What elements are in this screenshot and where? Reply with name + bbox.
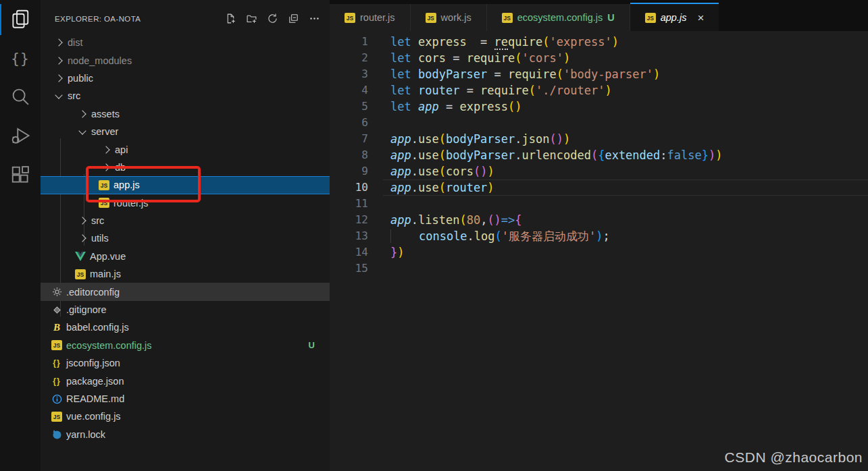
line-number[interactable]: 4 <box>330 82 368 99</box>
code-line-4[interactable]: 4let router = require('./router') <box>330 82 868 99</box>
code-line-3[interactable]: 3let bodyParser = require('body-parser') <box>330 66 868 82</box>
tree-item-assets[interactable]: assets <box>41 105 330 123</box>
explorer-sidebar: EXPLORER: OA-NOTA distnode_modulespublic… <box>41 0 330 471</box>
activity-run-debug[interactable] <box>0 117 41 157</box>
tree-item-dist[interactable]: dist <box>41 34 330 51</box>
code-line-content: let app = express() <box>383 99 868 115</box>
line-number[interactable]: 8 <box>330 147 368 163</box>
tab-router-js[interactable]: JSrouter.js <box>330 4 411 31</box>
code-token: express <box>459 100 508 113</box>
tree-item-utils[interactable]: utils <box>41 229 330 247</box>
line-number[interactable]: 13 <box>330 228 368 244</box>
tree-item-label: babel.config.js <box>66 322 129 333</box>
tab-work-js[interactable]: JSwork.js <box>411 4 487 31</box>
tree-item-app-js[interactable]: JSapp.js <box>41 176 330 194</box>
tree-item-router-js[interactable]: JSrouter.js <box>41 194 330 212</box>
tree-item-src[interactable]: src <box>41 212 330 229</box>
tree-item-readme-md[interactable]: README.md <box>41 390 330 408</box>
line-number[interactable]: 6 <box>330 115 368 131</box>
tree-item-label: .editorconfig <box>66 287 120 298</box>
code-line-14[interactable]: 14}) <box>330 244 868 260</box>
code-line-1[interactable]: 1let express = require('express') <box>330 34 868 50</box>
tree-item-label: main.js <box>90 269 121 279</box>
chevron-right-icon <box>78 110 86 117</box>
line-number[interactable]: 2 <box>330 50 368 66</box>
activity-explorer[interactable] <box>0 0 41 39</box>
code-line-6[interactable]: 6 <box>330 115 868 131</box>
code-token: let <box>390 67 411 81</box>
tree-item-src[interactable]: src <box>41 87 330 105</box>
code-token: urlencoded <box>522 148 591 162</box>
tree-item-label: App.vue <box>90 251 126 262</box>
more-actions-button[interactable] <box>308 12 320 24</box>
code-token: = <box>446 51 467 65</box>
code-token: () <box>474 165 487 178</box>
tree-item-db[interactable]: db <box>41 159 330 176</box>
code-line-10[interactable]: 10app.use(router) <box>330 179 868 196</box>
tree-item-yarn-lock[interactable]: yarn.lock <box>41 426 330 443</box>
tree-item-main-js[interactable]: JSmain.js <box>41 265 330 283</box>
close-icon[interactable]: × <box>697 12 704 24</box>
line-number[interactable]: 9 <box>330 163 368 179</box>
code-line-2[interactable]: 2let cors = require('cors') <box>330 50 868 66</box>
code-line-8[interactable]: 8app.use(bodyParser.urlencoded({extended… <box>330 147 868 163</box>
code-line-content: app.use(bodyParser.json()) <box>383 131 868 147</box>
new-folder-button[interactable] <box>245 12 257 24</box>
code-line-12[interactable]: 12app.listen(80,()=>{ <box>330 212 868 228</box>
tree-item-ecosystem-config-js[interactable]: JSecosystem.config.jsU <box>41 337 330 354</box>
chevron-right-icon <box>78 217 86 224</box>
chevron-right-icon <box>55 74 62 82</box>
tree-item-gitignore[interactable]: .gitignore <box>41 301 330 318</box>
vscode-window: {} EXPLORER: OA-NOTA distnode_modulespub… <box>0 0 868 471</box>
refresh-button[interactable] <box>266 12 278 24</box>
json-file-icon: {} <box>51 376 62 387</box>
collapse-folders-button[interactable] <box>287 12 299 24</box>
code-line-7[interactable]: 7app.use(bodyParser.json()) <box>330 131 868 147</box>
line-number[interactable]: 5 <box>330 99 368 115</box>
chevron-right-icon <box>102 163 109 171</box>
activity-extensions[interactable] <box>0 157 41 196</box>
tree-item-vue-config-js[interactable]: JSvue.config.js <box>41 408 330 425</box>
tree-item-jsconfig-json[interactable]: {}jsconfig.json <box>41 354 330 372</box>
js-file-icon: JS <box>502 12 513 23</box>
line-number[interactable]: 15 <box>330 260 368 277</box>
code-token: ( <box>557 67 563 81</box>
tab-app-js[interactable]: JSapp.js× <box>630 3 719 31</box>
tree-item-public[interactable]: public <box>41 70 330 87</box>
tree-item-editorconfig[interactable]: .editorconfig <box>41 283 330 300</box>
tree-item-babel-config-js[interactable]: Bbabel.config.js <box>41 318 330 336</box>
activity-braces[interactable]: {} <box>0 39 41 78</box>
line-number[interactable]: 10 <box>330 179 368 196</box>
line-number[interactable]: 1 <box>330 34 368 50</box>
line-number[interactable]: 12 <box>330 212 368 228</box>
new-file-button[interactable] <box>224 12 236 24</box>
code-editor[interactable]: 1let express = require('express')2let co… <box>330 31 868 471</box>
tab-ecosystem-config-js[interactable]: JSecosystem.config.jsU <box>487 4 630 31</box>
code-line-9[interactable]: 9app.use(cors()) <box>330 163 868 179</box>
line-number[interactable]: 14 <box>330 244 368 260</box>
tree-item-package-json[interactable]: {}package.json <box>41 372 330 389</box>
code-token: log <box>474 229 495 243</box>
code-line-13[interactable]: 13 console.log('服务器启动成功'); <box>330 228 868 244</box>
code-token: . <box>411 165 418 178</box>
code-line-11[interactable]: 11 <box>330 196 868 212</box>
code-token: false <box>667 148 702 162</box>
tree-item-server[interactable]: server <box>41 123 330 140</box>
json-file-icon: {} <box>51 358 62 368</box>
code-line-5[interactable]: 5let app = express() <box>330 99 868 115</box>
tree-item-label: vue.config.js <box>66 411 121 422</box>
code-line-content: app.use(bodyParser.urlencoded({extended:… <box>383 147 868 163</box>
babel-file-icon: B <box>51 322 62 333</box>
chevron-down-icon <box>78 127 86 134</box>
code-line-15[interactable]: 15 <box>330 260 868 277</box>
tree-item-api[interactable]: api <box>41 140 330 158</box>
code-token: ) <box>612 35 619 49</box>
tree-item-app-vue[interactable]: App.vue <box>41 248 330 265</box>
code-token: () <box>487 213 501 227</box>
code-line-content: let router = require('./router') <box>383 82 868 99</box>
tree-item-node-modules[interactable]: node_modules <box>41 51 330 69</box>
line-number[interactable]: 3 <box>330 66 368 82</box>
line-number[interactable]: 7 <box>330 131 368 147</box>
line-number[interactable]: 11 <box>330 196 368 212</box>
activity-search[interactable] <box>0 78 41 117</box>
